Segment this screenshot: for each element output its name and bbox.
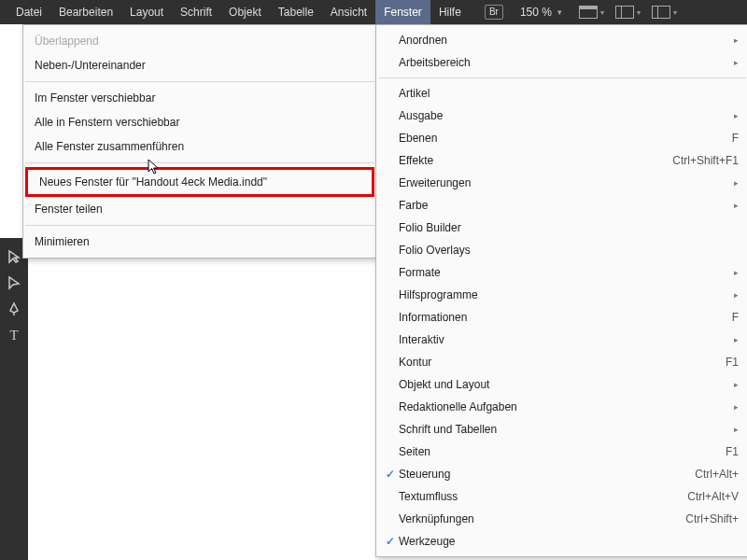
chevron-right-icon: ▸ (734, 54, 739, 71)
menu-item-label: Folio Overlays (399, 242, 739, 259)
chevron-right-icon: ▸ (734, 376, 739, 393)
mi-folio-builder[interactable]: Folio Builder (376, 217, 747, 239)
menu-item-label: Informationen (399, 309, 721, 326)
screen-mode-3[interactable]: ▾ (652, 6, 677, 19)
menu-separator (25, 81, 374, 82)
menu-datei[interactable]: Datei (7, 0, 50, 24)
menu-item-label: Textumfluss (399, 488, 676, 505)
menu-item-label: Interaktiv (399, 331, 726, 348)
pen-tool-icon[interactable] (3, 298, 25, 320)
type-tool-icon[interactable]: T (3, 324, 25, 346)
menu-item-shortcut: F1 (726, 354, 739, 371)
mi-alle-in-fenstern-verschiebbar[interactable]: Alle in Fenstern verschiebbar (23, 110, 376, 134)
menu-schrift[interactable]: Schrift (172, 0, 220, 24)
mi-seiten[interactable]: SeitenF1 (376, 441, 747, 463)
mi-erweiterungen[interactable]: Erweiterungen▸ (376, 172, 747, 194)
mi-ebenen[interactable]: EbenenF (376, 127, 747, 149)
check-icon: ✓ (382, 533, 399, 550)
chevron-right-icon: ▸ (734, 287, 739, 303)
menu-item-shortcut: F (732, 309, 739, 326)
menu-item-label: Folio Builder (399, 219, 739, 236)
menu-item-label: Artikel (399, 85, 739, 102)
chevron-right-icon: ▸ (734, 421, 739, 438)
mi-anordnen[interactable]: Anordnen▸ (376, 29, 747, 51)
mi-ueberlappend[interactable]: Überlappend (23, 29, 376, 53)
mi-artikel[interactable]: Artikel (376, 82, 747, 105)
menu-tabelle[interactable]: Tabelle (270, 0, 322, 24)
menu-item-label: Schrift und Tabellen (399, 421, 726, 438)
mi-objekt-und-layout[interactable]: Objekt und Layout▸ (376, 373, 747, 396)
cursor-icon (148, 159, 161, 178)
menu-item-label: Erweiterungen (399, 175, 726, 191)
mi-formate[interactable]: Formate▸ (376, 261, 747, 284)
fenster-menu: Anordnen▸Arbeitsbereich▸ArtikelAusgabe▸E… (375, 24, 747, 557)
check-icon: ✓ (382, 466, 399, 483)
menu-item-shortcut: Ctrl+Alt+V (687, 488, 739, 505)
mi-verkn-pfungen[interactable]: VerknüpfungenCtrl+Shift+ (376, 508, 747, 530)
mi-schrift-und-tabellen[interactable]: Schrift und Tabellen▸ (376, 418, 747, 441)
menu-item-label: Farbe (399, 197, 726, 214)
menu-item-label: Werkzeuge (399, 533, 739, 550)
menu-item-label: Ebenen (399, 130, 721, 147)
mi-redaktionelle-aufgaben[interactable]: Redaktionelle Aufgaben▸ (376, 396, 747, 418)
mi-interaktiv[interactable]: Interaktiv▸ (376, 329, 747, 351)
menu-item-label: Kontur (399, 354, 714, 371)
chevron-right-icon: ▸ (734, 264, 739, 281)
chevron-right-icon: ▸ (734, 175, 739, 191)
zoom-level[interactable]: 150 % ▾ (520, 6, 562, 19)
chevron-right-icon: ▸ (734, 399, 739, 415)
menu-objekt[interactable]: Objekt (220, 0, 270, 24)
menu-hilfe[interactable]: Hilfe (430, 0, 470, 24)
menu-separator (25, 225, 374, 226)
chevron-right-icon: ▸ (734, 331, 739, 348)
chevron-down-icon: ▾ (557, 7, 562, 17)
chevron-right-icon: ▸ (734, 107, 739, 124)
mi-minimieren[interactable]: Minimieren (23, 230, 376, 254)
menu-item-shortcut: Ctrl+Shift+ (685, 511, 739, 527)
chevron-right-icon: ▸ (734, 32, 739, 49)
menu-layout[interactable]: Layout (121, 0, 172, 24)
mi-arbeitsbereich[interactable]: Arbeitsbereich▸ (376, 51, 747, 74)
zoom-value: 150 % (520, 6, 552, 19)
mi-im-fenster-verschiebbar[interactable]: Im Fenster verschiebbar (23, 86, 376, 110)
fenster-submenu-left: Überlappend Neben-/Untereinander Im Fens… (22, 24, 377, 259)
mi-farbe[interactable]: Farbe▸ (376, 194, 747, 217)
mi-alle-fenster-zusammenfuehren[interactable]: Alle Fenster zusammenführen (23, 134, 376, 159)
menu-item-label: Verknüpfungen (399, 511, 674, 527)
mi-hilfsprogramme[interactable]: Hilfsprogramme▸ (376, 284, 747, 306)
menu-item-label: Arbeitsbereich (399, 54, 726, 71)
menu-item-label: Formate (399, 264, 726, 281)
screen-mode-icons: ▾ ▾ ▾ (579, 6, 677, 19)
menu-item-label: Steuerung (399, 466, 684, 483)
menu-item-label: Ausgabe (399, 107, 726, 124)
mi-werkzeuge[interactable]: ✓Werkzeuge (376, 530, 747, 553)
direct-selection-tool-icon[interactable] (3, 272, 25, 294)
menu-item-label: Anordnen (399, 32, 726, 49)
menu-item-label: Objekt und Layout (399, 376, 726, 393)
mi-kontur[interactable]: KonturF1 (376, 351, 747, 373)
mi-steuerung[interactable]: ✓SteuerungCtrl+Alt+ (376, 463, 747, 485)
menu-item-label: Seiten (399, 443, 714, 460)
mi-informationen[interactable]: InformationenF (376, 306, 747, 329)
menu-item-shortcut: Ctrl+Shift+F1 (672, 152, 739, 169)
menu-item-shortcut: F (732, 130, 739, 147)
screen-mode-1[interactable]: ▾ (579, 6, 604, 19)
menu-ansicht[interactable]: Ansicht (322, 0, 375, 24)
screen-mode-2[interactable]: ▾ (615, 6, 641, 19)
mi-ausgabe[interactable]: Ausgabe▸ (376, 105, 747, 127)
chevron-right-icon: ▸ (734, 197, 739, 214)
menu-fenster[interactable]: Fenster (375, 0, 430, 24)
menu-item-label: Effekte (399, 152, 661, 169)
menu-item-label: Redaktionelle Aufgaben (399, 399, 726, 415)
bridge-badge[interactable]: Br (485, 5, 503, 20)
mi-folio-overlays[interactable]: Folio Overlays (376, 239, 747, 261)
mi-fenster-teilen[interactable]: Fenster teilen (23, 197, 376, 221)
menu-bearbeiten[interactable]: Bearbeiten (50, 0, 121, 24)
mi-textumfluss[interactable]: TextumflussCtrl+Alt+V (376, 485, 747, 508)
mi-neben-untereinander[interactable]: Neben-/Untereinander (23, 53, 376, 77)
menu-separator (378, 77, 746, 78)
tools-panel: T (0, 238, 28, 560)
mi-neues-fenster[interactable]: Neues Fenster für "Handout 4eck Media.in… (28, 170, 372, 194)
menu-item-shortcut: Ctrl+Alt+ (695, 466, 739, 483)
mi-effekte[interactable]: EffekteCtrl+Shift+F1 (376, 149, 747, 172)
